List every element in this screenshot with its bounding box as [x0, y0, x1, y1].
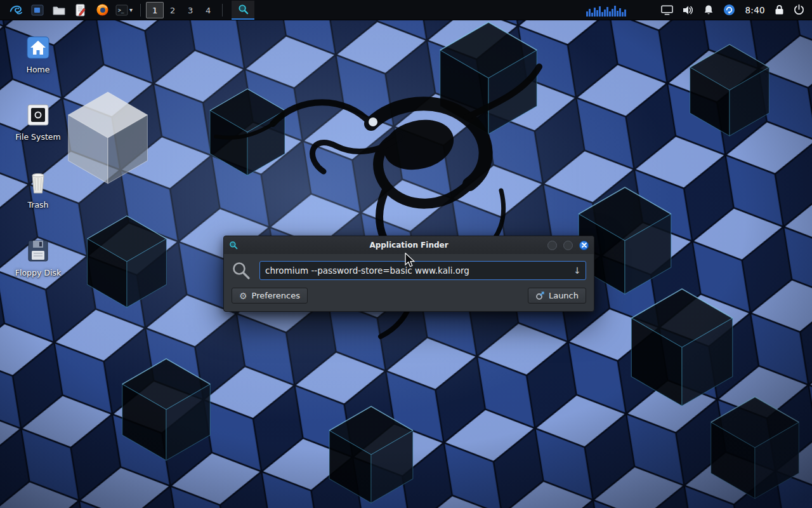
taskbar-item-application-finder[interactable]: [232, 1, 254, 20]
command-entry: ↓: [259, 261, 586, 280]
desktop-window-icon: [31, 4, 44, 17]
firefox-icon: [96, 3, 109, 17]
svg-text:>_: >_: [118, 8, 124, 13]
window-title: Application Finder: [224, 241, 594, 250]
application-finder-window: Application Finder ↓ ⚙ P: [223, 236, 594, 312]
desktop-icon-trash[interactable]: Trash: [8, 170, 69, 210]
workspace-2[interactable]: 2: [164, 2, 181, 18]
lock-icon[interactable]: [775, 4, 784, 15]
workspace-1[interactable]: 1: [146, 2, 164, 18]
kali-menu-button[interactable]: [8, 2, 24, 18]
kali-logo-icon: [9, 3, 23, 17]
home-icon: [25, 35, 51, 60]
trash-icon: [25, 170, 51, 196]
file-system-icon: [25, 102, 51, 128]
separator: [140, 4, 141, 17]
system-tray: 8:40: [586, 4, 807, 17]
separator: [222, 4, 223, 17]
terminal-icon: >_: [115, 4, 128, 17]
window-icon: [229, 241, 238, 250]
file-manager-icon: [53, 4, 65, 17]
launch-button[interactable]: Launch: [528, 288, 586, 304]
logout-icon[interactable]: [794, 4, 804, 15]
desktop-icon-floppy-disk[interactable]: Floppy Disk: [8, 238, 69, 277]
desktop-icon-label: Home: [27, 65, 50, 74]
maximize-button[interactable]: [563, 241, 573, 250]
minimize-button[interactable]: [547, 241, 557, 250]
preferences-button[interactable]: ⚙ Preferences: [232, 288, 308, 304]
workspace-4[interactable]: 4: [199, 2, 217, 18]
close-icon: [582, 243, 587, 248]
workspace-pager: 1 2 3 4: [146, 2, 217, 18]
clock[interactable]: 8:40: [745, 5, 765, 15]
notification-bell-icon[interactable]: [704, 4, 714, 15]
volume-icon[interactable]: [683, 5, 694, 15]
desktop-icon-file-system[interactable]: File System: [8, 102, 69, 142]
application-finder-icon: [238, 4, 249, 15]
floppy-disk-icon: [25, 238, 51, 264]
desktop-icon-label: Floppy Disk: [15, 268, 61, 277]
launch-button-label: Launch: [549, 291, 579, 300]
updates-icon[interactable]: [723, 4, 735, 16]
preferences-button-label: Preferences: [252, 291, 300, 300]
desktop-icon-label: File System: [15, 132, 61, 142]
file-manager-button[interactable]: [51, 2, 67, 18]
command-input[interactable]: [260, 265, 569, 276]
chevron-down-icon[interactable]: ▾: [129, 6, 133, 13]
cpu-graph-icon[interactable]: [586, 4, 629, 17]
terminal-button[interactable]: >_ ▾: [115, 4, 133, 17]
text-editor-icon: [74, 4, 87, 17]
show-desktop-button[interactable]: [29, 2, 46, 18]
desktop-icon-label: Trash: [27, 200, 48, 210]
close-button[interactable]: [579, 241, 589, 250]
firefox-button[interactable]: [94, 2, 110, 18]
titlebar[interactable]: Application Finder: [224, 236, 594, 254]
display-icon[interactable]: [661, 5, 673, 15]
dropdown-arrow-icon[interactable]: ↓: [569, 265, 586, 276]
search-icon: [232, 261, 251, 280]
top-panel: >_ ▾ 1 2 3 4: [0, 0, 812, 20]
gear-icon: ⚙: [239, 291, 247, 300]
run-icon: [535, 291, 544, 300]
desktop-icon-home[interactable]: Home: [8, 35, 69, 74]
text-editor-button[interactable]: [72, 2, 89, 18]
workspace-3[interactable]: 3: [181, 2, 199, 18]
